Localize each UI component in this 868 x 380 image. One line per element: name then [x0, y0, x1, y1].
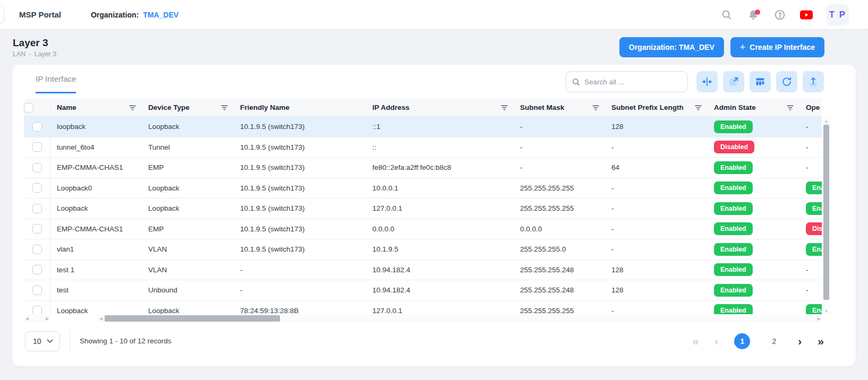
row-checkbox[interactable]: [32, 306, 42, 314]
cell-friendly-name: 10.1.9.5 (switch173): [240, 225, 305, 233]
cell-subnet-mask: 255.255.255.255: [520, 307, 574, 314]
vertical-scroll-thumb[interactable]: [823, 125, 829, 300]
breadcrumb-lan[interactable]: LAN: [13, 50, 25, 58]
row-checkbox[interactable]: [32, 245, 42, 254]
cell-prefix-length: 128: [611, 286, 624, 294]
cell-device-type: Loopback: [148, 204, 180, 212]
cell-device-type: Loopback: [148, 307, 180, 314]
cell-ip-address: 10.94.182.4: [372, 286, 410, 294]
table-row[interactable]: test 1VLAN-10.94.182.4255.255.255.248128…: [24, 260, 822, 281]
table-row[interactable]: vlan1VLAN10.1.9.5 (switch173)10.1.9.5255…: [24, 239, 822, 260]
page-button-2[interactable]: 2: [766, 333, 782, 349]
previous-page-button[interactable]: ‹: [714, 335, 718, 347]
header-checkbox-cell: [24, 99, 50, 116]
help-icon[interactable]: [773, 8, 786, 21]
breadcrumb-separator: -: [29, 50, 31, 58]
table-footer: 10 Showing 1 - 10 of 12 records «‹12›»: [12, 323, 856, 351]
fit-columns-icon: [701, 76, 713, 88]
frozen-column-scrollbar[interactable]: ◀ ▶: [24, 315, 50, 322]
avatar[interactable]: T P: [827, 4, 849, 25]
horizontal-scroll-thumb[interactable]: [105, 315, 280, 322]
row-checkbox[interactable]: [32, 286, 42, 295]
page-size-value: 10: [33, 337, 41, 346]
top-bar: MSP Portal Organization: TMA_DEV T P: [0, 0, 868, 30]
row-checkbox[interactable]: [32, 122, 42, 132]
fit-columns-button[interactable]: [696, 71, 718, 92]
filter-icon[interactable]: [592, 104, 600, 111]
oper-state-badge: Enabled: [806, 243, 822, 256]
search-box: [566, 71, 688, 92]
scroll-up-arrow[interactable]: ▲: [823, 118, 830, 124]
row-checkbox-cell: [24, 219, 50, 239]
app-title: MSP Portal: [19, 10, 61, 19]
scroll-left-arrow[interactable]: ◀: [99, 316, 103, 321]
table-row[interactable]: Loopback0Loopback10.1.9.5 (switch173)10.…: [24, 178, 822, 199]
row-checkbox[interactable]: [32, 163, 42, 172]
row-checkbox[interactable]: [32, 265, 42, 274]
cell-name: test 1: [57, 266, 74, 274]
cell-device-type: EMP: [148, 163, 164, 171]
scroll-down-arrow[interactable]: ▼: [823, 308, 830, 314]
cell-device-type: Loopback: [148, 184, 180, 192]
notifications-bell-icon[interactable]: [747, 8, 760, 21]
row-checkbox-cell: [24, 117, 50, 137]
filter-icon[interactable]: [694, 104, 702, 111]
breadcrumb-layer3[interactable]: Layer 3: [35, 50, 57, 58]
row-checkbox-cell: [24, 137, 50, 158]
row-checkbox[interactable]: [32, 224, 42, 234]
cell-prefix-length: -: [611, 225, 614, 233]
youtube-icon[interactable]: [800, 8, 813, 21]
row-checkbox[interactable]: [32, 183, 42, 193]
scroll-left-arrow[interactable]: ◀: [25, 316, 29, 321]
row-checkbox-cell: [24, 178, 50, 198]
table-header-row: NameDevice TypeFriendly NameIP AddressSu…: [24, 99, 822, 117]
row-checkbox[interactable]: [32, 204, 42, 213]
vertical-scrollbar[interactable]: ▲ ▼: [823, 118, 830, 314]
cell-ip-address: ::1: [372, 123, 380, 131]
cell-subnet-mask: 255.255.255.255: [520, 184, 574, 192]
table-row[interactable]: tunnel_6to4Tunnel10.1.9.5 (switch173)::-…: [24, 137, 822, 158]
first-page-button[interactable]: «: [693, 335, 699, 347]
scroll-right-arrow[interactable]: ▶: [818, 316, 821, 321]
table-row[interactable]: loopbackLoopback10.1.9.5 (switch173)::1-…: [24, 117, 822, 137]
filter-icon[interactable]: [786, 104, 794, 111]
open-fullscreen-button[interactable]: [723, 71, 744, 92]
table-row[interactable]: EMP-CMMA-CHAS1EMP10.1.9.5 (switch173)fe8…: [24, 158, 822, 178]
create-ip-interface-button[interactable]: + Create IP Interface: [730, 37, 824, 57]
select-all-checkbox[interactable]: [24, 103, 33, 113]
tab-ip-interface[interactable]: IP Interface: [36, 74, 76, 93]
page-button-1[interactable]: 1: [734, 333, 750, 349]
page-header: Layer 3 LAN-Layer 3 Organization: TMA_DE…: [0, 30, 868, 65]
organization-button[interactable]: Organization: TMA_DEV: [619, 37, 724, 57]
table-row[interactable]: LoopbackLoopback10.1.9.5 (switch173)127.…: [24, 198, 822, 219]
cell-ip-address: 10.1.9.5: [372, 245, 398, 253]
scroll-right-arrow[interactable]: ▶: [46, 316, 49, 321]
page-size-select[interactable]: 10: [25, 331, 60, 351]
cell-oper-state: -: [806, 266, 809, 274]
cell-oper-state: -: [806, 123, 809, 131]
plus-icon: +: [740, 42, 746, 52]
main-horizontal-scrollbar[interactable]: ◀ ▶: [98, 315, 822, 322]
organization-value-link[interactable]: TMA_DEV: [143, 11, 178, 19]
row-checkbox[interactable]: [32, 142, 42, 152]
filter-icon[interactable]: [129, 104, 137, 111]
refresh-button[interactable]: [776, 71, 797, 92]
cell-name: Loopback: [57, 307, 88, 314]
cell-ip-address: fe80::2efa:a2ff:fe0c:b8c8: [372, 163, 451, 171]
filter-icon[interactable]: [500, 104, 508, 111]
cell-prefix-length: -: [611, 307, 614, 314]
table-row[interactable]: EMP-CMMA-CHAS1EMP10.1.9.5 (switch173)0.0…: [24, 219, 822, 240]
table-row[interactable]: testUnbound-10.94.182.4255.255.255.24812…: [24, 280, 822, 301]
export-button[interactable]: [803, 71, 824, 92]
filter-icon[interactable]: [220, 104, 228, 111]
search-icon[interactable]: [720, 8, 733, 21]
column-label: Admin State: [714, 103, 756, 111]
next-page-button[interactable]: ›: [798, 335, 802, 347]
columns-button[interactable]: [750, 71, 771, 92]
search-input[interactable]: [566, 71, 688, 92]
last-page-button[interactable]: »: [818, 335, 824, 347]
sidebar-toggle[interactable]: [0, 5, 4, 24]
cell-ip-address: 10.0.0.1: [372, 184, 398, 192]
cell-name: vlan1: [57, 245, 74, 253]
table-row[interactable]: LoopbackLoopback78:24:59:13:28:8B127.0.0…: [24, 301, 822, 315]
